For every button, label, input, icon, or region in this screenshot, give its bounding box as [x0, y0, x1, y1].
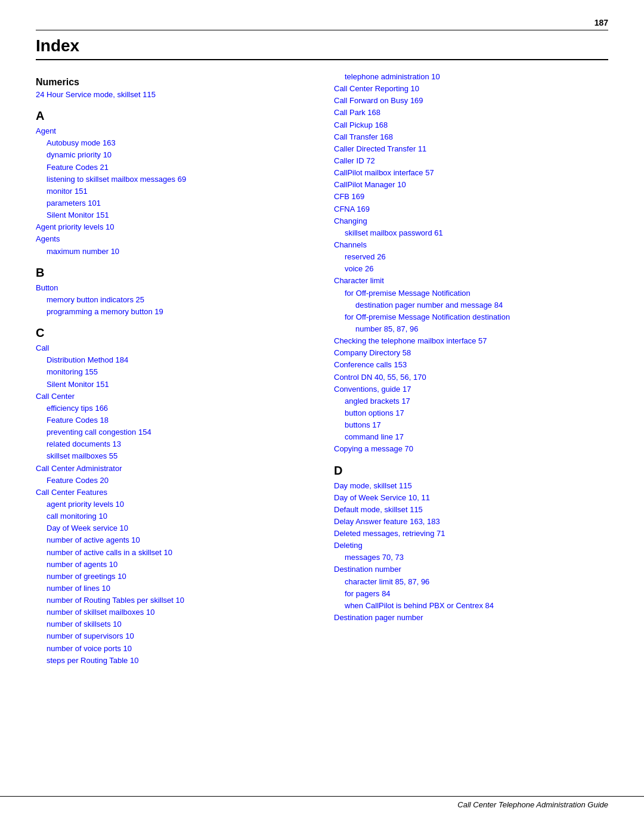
page-number-bar: 187: [36, 18, 608, 30]
footer-text: Call Center Telephone Administration Gui…: [457, 800, 608, 809]
section-letter: B: [36, 266, 310, 280]
index-entry[interactable]: Call Center: [36, 391, 310, 402]
left-column: Numerics24 Hour Service mode, skillset 1…: [36, 71, 310, 667]
index-entry-indent[interactable]: agent priority levels 10: [36, 498, 310, 510]
index-entry-indent[interactable]: number of Routing Tables per skillset 10: [36, 594, 310, 606]
index-entry-indent[interactable]: Day of Week service 10: [36, 522, 310, 534]
index-entry[interactable]: Channels: [334, 239, 608, 251]
section-letter: C: [36, 326, 310, 340]
index-entry-indent[interactable]: Distribution Method 184: [36, 354, 310, 366]
index-entry-indent[interactable]: number of skillsets 10: [36, 618, 310, 630]
index-entry-indent[interactable]: listening to skillset mailbox messages 6…: [36, 174, 310, 185]
index-entry[interactable]: Agents: [36, 233, 310, 245]
index-entry[interactable]: Destination number: [334, 563, 608, 575]
index-entry[interactable]: Button: [36, 282, 310, 294]
index-entry[interactable]: Day of Week Service 10, 11: [334, 492, 608, 504]
index-entry-indent2[interactable]: destination pager number and message 84: [334, 299, 608, 311]
index-entry-indent[interactable]: dynamic priority 10: [36, 149, 310, 161]
index-entry-indent[interactable]: angled brackets 17: [334, 395, 608, 407]
index-entry[interactable]: CallPilot Manager 10: [334, 179, 608, 191]
index-entry[interactable]: Call Center Administrator: [36, 463, 310, 475]
index-entry-indent[interactable]: monitor 151: [36, 185, 310, 197]
index-entry[interactable]: Destination pager number: [334, 612, 608, 624]
index-entry[interactable]: 24 Hour Service mode, skillset 115: [36, 89, 310, 101]
index-entry-indent[interactable]: command line 17: [334, 431, 608, 443]
index-entry-indent[interactable]: maximum number 10: [36, 246, 310, 258]
index-entry[interactable]: Call Forward on Busy 169: [334, 95, 608, 107]
index-entry-indent[interactable]: related documents 13: [36, 438, 310, 450]
index-entry[interactable]: Call Center Reporting 10: [334, 83, 608, 95]
footer-bar: Call Center Telephone Administration Gui…: [0, 796, 644, 809]
index-entry-indent[interactable]: Autobusy mode 163: [36, 137, 310, 149]
index-entry-indent2[interactable]: number 85, 87, 96: [334, 323, 608, 335]
index-entry[interactable]: Call Pickup 168: [334, 119, 608, 131]
index-entry[interactable]: Control DN 40, 55, 56, 170: [334, 371, 608, 383]
index-entry-indent[interactable]: number of agents 10: [36, 559, 310, 571]
index-entry-indent[interactable]: skillset mailbox password 61: [334, 227, 608, 239]
index-entry[interactable]: CFNA 169: [334, 203, 608, 215]
index-entry-indent[interactable]: for pagers 84: [334, 588, 608, 600]
index-entry-indent[interactable]: memory button indicators 25: [36, 294, 310, 306]
index-entry-indent[interactable]: Feature Codes 20: [36, 475, 310, 487]
index-entry[interactable]: Conventions, guide 17: [334, 383, 608, 395]
index-entry[interactable]: Caller Directed Transfer 11: [334, 143, 608, 155]
index-entry-indent[interactable]: skillset mailboxes 55: [36, 450, 310, 462]
index-entry-indent[interactable]: when CallPilot is behind PBX or Centrex …: [334, 600, 608, 612]
index-entry-indent[interactable]: programming a memory button 19: [36, 306, 310, 318]
section-label: Numerics: [36, 77, 310, 88]
index-entry[interactable]: Call Transfer 168: [334, 131, 608, 143]
index-entry[interactable]: Agent: [36, 125, 310, 137]
index-entry[interactable]: Checking the telephone mailbox interface…: [334, 335, 608, 347]
index-entry[interactable]: Agent priority levels 10: [36, 221, 310, 233]
section-letter: D: [334, 464, 608, 478]
index-entry-indent[interactable]: preventing call congestion 154: [36, 426, 310, 438]
two-col-layout: Numerics24 Hour Service mode, skillset 1…: [36, 71, 608, 667]
index-entry-indent[interactable]: for Off-premise Message Notification des…: [334, 311, 608, 323]
index-entry-indent[interactable]: number of supervisors 10: [36, 630, 310, 642]
index-entry-indent[interactable]: Feature Codes 18: [36, 414, 310, 426]
index-entry-indent[interactable]: for Off-premise Message Notification: [334, 287, 608, 299]
index-entry-indent[interactable]: reserved 26: [334, 251, 608, 263]
index-entry-indent[interactable]: number of lines 10: [36, 583, 310, 594]
index-entry[interactable]: Changing: [334, 215, 608, 227]
index-entry[interactable]: Call Park 168: [334, 107, 608, 119]
right-column: telephone administration 10Call Center R…: [334, 71, 608, 667]
index-entry[interactable]: Company Directory 58: [334, 347, 608, 359]
index-entry-indent[interactable]: efficiency tips 166: [36, 402, 310, 414]
index-entry-indent[interactable]: monitoring 155: [36, 366, 310, 378]
index-entry-indent[interactable]: voice 26: [334, 263, 608, 275]
index-entry[interactable]: CallPilot mailbox interface 57: [334, 167, 608, 179]
index-entry[interactable]: Caller ID 72: [334, 155, 608, 167]
index-entry-indent[interactable]: Feature Codes 21: [36, 162, 310, 174]
index-entry[interactable]: Deleted messages, retrieving 71: [334, 528, 608, 540]
index-entry-indent[interactable]: character limit 85, 87, 96: [334, 576, 608, 588]
index-entry-indent[interactable]: Silent Monitor 151: [36, 379, 310, 391]
index-entry[interactable]: CFB 169: [334, 191, 608, 203]
index-title: Index: [36, 36, 608, 60]
index-entry-indent[interactable]: number of greetings 10: [36, 571, 310, 583]
index-entry[interactable]: Copying a message 70: [334, 443, 608, 455]
index-entry-indent[interactable]: number of active agents 10: [36, 534, 310, 546]
index-entry-indent[interactable]: call monitoring 10: [36, 510, 310, 522]
index-entry[interactable]: Call Center Features: [36, 487, 310, 498]
index-entry[interactable]: Default mode, skillset 115: [334, 504, 608, 516]
index-entry-indent[interactable]: button options 17: [334, 407, 608, 419]
section-letter: A: [36, 109, 310, 123]
index-entry[interactable]: Deleting: [334, 540, 608, 552]
index-entry[interactable]: Call: [36, 342, 310, 354]
index-entry-indent[interactable]: number of voice ports 10: [36, 643, 310, 655]
index-entry-indent[interactable]: number of active calls in a skillset 10: [36, 547, 310, 559]
index-entry[interactable]: Conference calls 153: [334, 359, 608, 371]
page-number: 187: [595, 18, 608, 27]
page: 187 Index Numerics24 Hour Service mode, …: [0, 0, 644, 833]
index-entry-indent[interactable]: buttons 17: [334, 419, 608, 431]
index-entry-indent[interactable]: steps per Routing Table 10: [36, 655, 310, 667]
index-entry-indent[interactable]: Silent Monitor 151: [36, 209, 310, 221]
index-entry-indent[interactable]: telephone administration 10: [334, 71, 608, 83]
index-entry-indent[interactable]: number of skillset mailboxes 10: [36, 606, 310, 618]
index-entry-indent[interactable]: parameters 101: [36, 197, 310, 209]
index-entry[interactable]: Delay Answer feature 163, 183: [334, 516, 608, 528]
index-entry-indent[interactable]: messages 70, 73: [334, 552, 608, 563]
index-entry[interactable]: Character limit: [334, 275, 608, 287]
index-entry[interactable]: Day mode, skillset 115: [334, 480, 608, 492]
